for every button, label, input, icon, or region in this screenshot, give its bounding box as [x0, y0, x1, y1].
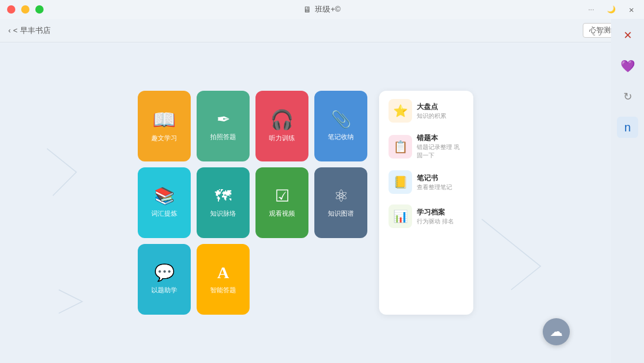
panel-text-p1: 大盘点 知识的积累	[417, 102, 464, 120]
grid-card-c8[interactable]: ⚛ 知识图谱	[314, 167, 367, 238]
right-sidebar: ✕ 💜 ↻ n	[611, 19, 644, 363]
panel-icon-p3: 📒	[389, 170, 412, 194]
navbar: ‹ < 早丰书店 心智测绘 ✏ ⛶	[0, 19, 644, 42]
grid-card-c4[interactable]: 📎 笔记收纳	[314, 91, 367, 161]
expand-icon[interactable]: ⛶	[589, 24, 605, 40]
close-button[interactable]	[7, 5, 15, 14]
close-control[interactable]: ×	[626, 4, 637, 16]
right-panel: ⭐ 大盘点 知识的积累 📋 错题本 错题记录整理 巩固一下 📒 笔记书 查看整理…	[379, 91, 473, 315]
app-icon: 🖥	[303, 5, 311, 14]
panel-title-p2: 错题本	[417, 133, 464, 143]
grid-card-c3[interactable]: 🎧 听力训练	[255, 91, 308, 161]
sidebar-heart-icon[interactable]: 💜	[617, 55, 638, 77]
card-label-c10: 智能答题	[210, 286, 236, 294]
left-grid: 📖 趣文学习 ✒ 拍照答题 🎧 听力训练 📎 笔记收纳 📚 词汇提炼 🗺	[138, 91, 367, 315]
card-icon-c1: 📖	[152, 110, 176, 129]
card-icon-c8: ⚛	[334, 188, 348, 204]
panel-icon-p1: ⭐	[389, 99, 412, 123]
card-label-c6: 知识脉络	[210, 209, 236, 217]
sidebar-close-icon[interactable]: ✕	[617, 25, 638, 46]
card-icon-c5: 📚	[154, 188, 175, 204]
card-label-c4: 笔记收纳	[328, 133, 354, 141]
nav-title: < 早丰书店	[13, 25, 50, 36]
panel-text-p3: 笔记书 查看整理笔记	[417, 173, 464, 192]
card-label-c1: 趣文学习	[151, 134, 177, 142]
sidebar-book-icon[interactable]: n	[617, 117, 638, 138]
panel-title-p3: 笔记书	[417, 173, 464, 183]
panel-text-p2: 错题本 错题记录整理 巩固一下	[417, 133, 464, 160]
grid-area: 📖 趣文学习 ✒ 拍照答题 🎧 听力训练 📎 笔记收纳 📚 词汇提炼 🗺	[138, 91, 473, 315]
card-label-c5: 词汇提炼	[151, 209, 177, 217]
panel-text-p4: 学习档案 行为驱动 排名	[417, 207, 464, 226]
cloud-button[interactable]: ☁	[543, 318, 570, 345]
titlebar: 🖥 班级+© ··· 🌙 ×	[0, 0, 644, 19]
panel-sub-p2: 错题记录整理 巩固一下	[417, 143, 464, 160]
grid-card-c5[interactable]: 📚 词汇提炼	[138, 167, 191, 238]
main-content: 📖 趣文学习 ✒ 拍照答题 🎧 听力训练 📎 笔记收纳 📚 词汇提炼 🗺	[0, 42, 611, 363]
panel-sub-p3: 查看整理笔记	[417, 183, 464, 192]
titlebar-right: ··· 🌙 ×	[585, 4, 637, 16]
card-icon-c10: A	[217, 265, 229, 281]
panel-icon-p2: 📋	[389, 135, 412, 159]
card-icon-c9: 💬	[154, 265, 175, 281]
grid-card-c9[interactable]: 💬 以题助学	[138, 244, 191, 315]
panel-item-p1[interactable]: ⭐ 大盘点 知识的积累	[384, 95, 469, 126]
panel-item-p3[interactable]: 📒 笔记书 查看整理笔记	[384, 167, 469, 197]
panel-icon-p4: 📊	[389, 204, 412, 228]
card-label-c9: 以题助学	[151, 286, 177, 294]
card-icon-c4: 📎	[331, 111, 351, 128]
app-title: 班级+©	[315, 4, 340, 15]
panel-title-p1: 大盘点	[417, 102, 464, 112]
grid-card-c1[interactable]: 📖 趣文学习	[138, 91, 191, 161]
grid-card-c7[interactable]: ☑ 观看视频	[255, 167, 308, 238]
maximize-button[interactable]	[35, 5, 44, 14]
card-label-c7: 观看视频	[269, 209, 295, 217]
theme-control[interactable]: 🌙	[604, 4, 619, 15]
card-icon-c2: ✒	[217, 111, 230, 128]
card-icon-c7: ☑	[275, 188, 290, 204]
titlebar-left	[7, 5, 44, 14]
dots-control[interactable]: ···	[585, 4, 597, 15]
grid-empty-2	[314, 244, 367, 315]
panel-item-p2[interactable]: 📋 错题本 错题记录整理 巩固一下	[384, 130, 469, 163]
minimize-button[interactable]	[21, 5, 29, 14]
card-icon-c6: 🗺	[215, 188, 231, 204]
grid-empty-1	[255, 244, 308, 315]
grid-card-c6[interactable]: 🗺 知识脉络	[197, 167, 250, 238]
panel-item-p4[interactable]: 📊 学习档案 行为驱动 排名	[384, 201, 469, 232]
grid-card-c2[interactable]: ✒ 拍照答题	[197, 91, 250, 161]
grid-card-c10[interactable]: A 智能答题	[197, 244, 250, 315]
panel-sub-p4: 行为驱动 排名	[417, 217, 464, 226]
card-label-c3: 听力训练	[269, 134, 295, 142]
card-icon-c3: 🎧	[270, 110, 294, 129]
sidebar-refresh-icon[interactable]: ↻	[617, 86, 638, 107]
panel-sub-p1: 知识的积累	[417, 112, 464, 120]
back-arrow-icon: ‹	[8, 26, 11, 35]
titlebar-center: 🖥 班级+©	[303, 4, 340, 15]
panel-title-p4: 学习档案	[417, 207, 464, 217]
card-label-c8: 知识图谱	[328, 209, 354, 217]
card-label-c2: 拍照答题	[210, 133, 236, 141]
back-button[interactable]: ‹ < 早丰书店	[8, 25, 51, 36]
